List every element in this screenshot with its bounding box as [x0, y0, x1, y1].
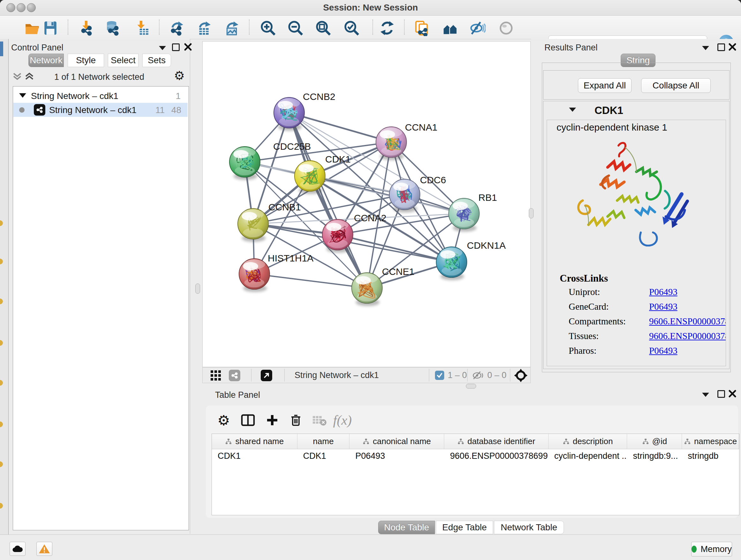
open-session-button[interactable]: [23, 19, 41, 37]
header-cell-description[interactable]: description: [549, 434, 627, 449]
import-network-from-database-button[interactable]: [104, 19, 122, 37]
zoom-fit-button[interactable]: [314, 19, 332, 37]
tab-style[interactable]: Style: [68, 54, 104, 67]
table-cell[interactable]: stringdb: [682, 449, 739, 462]
network-snapshot-button[interactable]: [413, 19, 431, 37]
network-node-HIST1H1A[interactable]: [239, 259, 270, 292]
tab-sets[interactable]: Sets: [142, 54, 171, 67]
header-cell-name[interactable]: name: [297, 434, 350, 449]
network-node-CDC6[interactable]: [389, 179, 420, 212]
network-node-RB1[interactable]: [449, 198, 479, 232]
cdk1-section: CDK1 cyclin-dependent kinase 1: [543, 101, 730, 369]
collapse-panel-icon[interactable]: [702, 393, 709, 397]
close-panel-icon[interactable]: [184, 43, 192, 51]
header-cell-database-identifier[interactable]: database identifier: [444, 434, 549, 449]
function-builder-icon: f(x): [333, 411, 351, 429]
pan-crosshair-icon[interactable]: [514, 369, 528, 382]
network-edge-count: 48: [172, 105, 181, 115]
network-canvas[interactable]: CCNB2CCNA1CDC25BCDK1CDC6RB1CCNB1CCNA2CDK…: [203, 42, 530, 367]
table-cell[interactable]: P06493: [349, 449, 444, 462]
crosslink-link[interactable]: P06493: [649, 346, 677, 356]
header-cell-shared-name[interactable]: shared name: [212, 434, 297, 449]
network-node-CCNE1[interactable]: [352, 273, 382, 306]
export-image-button[interactable]: [222, 19, 240, 37]
first-neighbors-button[interactable]: [441, 19, 459, 37]
import-network-from-file-button[interactable]: [77, 19, 95, 37]
network-node-CCNA1[interactable]: [376, 127, 407, 160]
show-columns-icon[interactable]: [239, 411, 257, 429]
table-row[interactable]: CDK1CDK1P064939606.ENSP00000378699cyclin…: [212, 449, 739, 462]
header-cell-@id[interactable]: @id: [627, 434, 682, 449]
header-cell-canonical-name[interactable]: canonical name: [349, 434, 444, 449]
toolbar-separator: [68, 19, 68, 35]
expand-all-button[interactable]: Expand All: [578, 78, 631, 93]
folder-icon: [24, 20, 40, 36]
crosslink-link[interactable]: P06493: [649, 301, 677, 312]
save-session-button[interactable]: [42, 19, 59, 37]
tab-node-table[interactable]: Node Table: [378, 521, 435, 534]
network-options-gear-icon[interactable]: ⚙: [174, 70, 185, 82]
tab-network-table[interactable]: Network Table: [494, 521, 564, 534]
import-table-button[interactable]: [133, 19, 151, 37]
birdseye-grid-icon[interactable]: [210, 370, 222, 381]
float-panel-icon[interactable]: [172, 44, 180, 51]
tab-select[interactable]: Select: [108, 54, 138, 67]
table-cell[interactable]: stringdb:9...: [627, 449, 682, 462]
close-panel-icon[interactable]: [728, 389, 737, 398]
export-network-button[interactable]: [167, 19, 185, 37]
show-graphics-details-button[interactable]: [497, 19, 515, 37]
table-cell[interactable]: CDK1: [212, 449, 297, 462]
table-options-gear-icon[interactable]: ⚙: [215, 411, 232, 429]
crosslink-link[interactable]: P06493: [649, 287, 677, 297]
collapse-panel-icon[interactable]: [159, 46, 166, 50]
network-node-CDKN1A[interactable]: [436, 247, 467, 280]
crosslink-link[interactable]: 9606.ENSP00000378699: [649, 316, 726, 327]
node-table[interactable]: shared namenamecanonical namedatabase id…: [212, 434, 739, 515]
memory-button[interactable]: Memory: [691, 542, 732, 557]
network-edge-CCNA2-CDKN1A[interactable]: [338, 235, 452, 262]
close-panel-icon[interactable]: [728, 43, 737, 51]
tab-edge-table[interactable]: Edge Table: [436, 521, 493, 534]
splitter-handle-horizontal[interactable]: [466, 384, 476, 388]
section-collapse-caret-icon[interactable]: [569, 108, 576, 112]
open-in-new-window-icon[interactable]: [261, 370, 272, 381]
splitter-handle-right[interactable]: [529, 208, 534, 219]
zoom-out-button[interactable]: [286, 19, 305, 37]
network-collection-row[interactable]: String Network – cdk1 1: [13, 89, 188, 103]
network-node-CCNB1[interactable]: [238, 208, 268, 242]
table-cell[interactable]: CDK1: [297, 449, 350, 462]
float-panel-icon[interactable]: [718, 44, 725, 51]
memory-label: Memory: [700, 544, 732, 554]
create-column-plus-icon[interactable]: [263, 411, 281, 429]
table-cell[interactable]: 9606.ENSP00000378699: [444, 449, 549, 462]
hidden-node-edge-counts: 0 – 0: [487, 370, 507, 380]
collapse-panel-icon[interactable]: [702, 46, 709, 50]
network-node-CCNB2[interactable]: [274, 98, 305, 131]
splitter-handle-left[interactable]: [195, 284, 200, 294]
network-edge-HIST1H1A-CCNE1[interactable]: [254, 274, 367, 288]
crosslink-link[interactable]: 9606.ENSP00000378699: [649, 331, 726, 341]
delete-column-trash-icon[interactable]: [287, 411, 305, 429]
header-cell-namespace[interactable]: namespace: [682, 434, 739, 449]
export-table-button[interactable]: [194, 19, 212, 37]
network-node-CDC25B[interactable]: [229, 146, 260, 180]
tree-expand-caret-icon[interactable]: [19, 93, 26, 98]
zoom-selected-button[interactable]: [343, 19, 360, 37]
selected-checkbox[interactable]: [435, 371, 444, 380]
network-view-panel[interactable]: CCNB2CCNA1CDC25BCDK1CDC6RB1CCNB1CCNA2CDK…: [202, 41, 531, 367]
apply-layout-button[interactable]: [378, 19, 396, 37]
export-table-icon: [195, 20, 211, 36]
network-node-CCNA2[interactable]: [322, 219, 353, 253]
zoom-in-button[interactable]: [259, 19, 277, 37]
table-cell[interactable]: cyclin-dependent ...: [549, 449, 627, 462]
network-tree: String Network – cdk1 1 String Network –…: [13, 86, 189, 530]
collapse-all-button[interactable]: Collapse All: [641, 78, 711, 93]
float-panel-icon[interactable]: [718, 390, 725, 398]
network-row-selected[interactable]: String Network – cdk1 11 48: [13, 103, 188, 117]
hide-graphics-details-button[interactable]: [469, 19, 487, 37]
cloud-button[interactable]: [10, 542, 25, 556]
tab-network[interactable]: Network: [28, 54, 64, 67]
network-node-CDK1[interactable]: [294, 161, 325, 194]
warning-button[interactable]: [37, 542, 52, 556]
cdk1-section-header[interactable]: CDK1: [543, 101, 729, 119]
